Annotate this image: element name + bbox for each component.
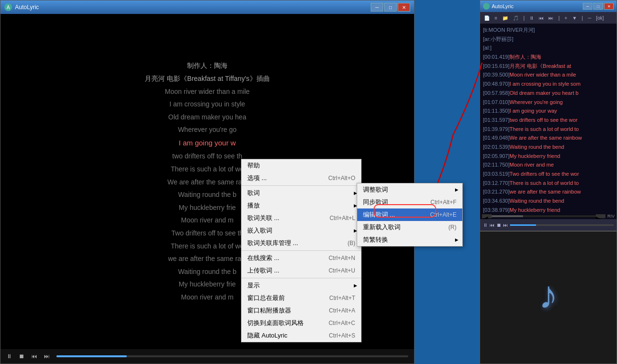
mini-tool-add[interactable]: + xyxy=(563,14,569,22)
lyric-line-12: There is such a lot of wo xyxy=(171,240,244,253)
mini-lyric-16: [03:34.630]Waiting round the bend xyxy=(483,196,614,206)
mini-prev-btn[interactable]: ⏮ xyxy=(490,222,495,228)
menu-label-display: 显示 xyxy=(247,281,355,290)
menu-shortcut-library: (B) xyxy=(348,240,355,247)
menu-item-play[interactable]: 播放 xyxy=(241,199,361,212)
submenu-reload[interactable]: 重新载入歌词 (R) xyxy=(357,221,462,234)
menu-item-attach[interactable]: 窗口粘附播放器 Ctrl+Alt+A xyxy=(241,304,361,317)
menu-label-topmost: 窗口总在最前 xyxy=(247,294,320,302)
sub-context-menu: 调整歌词 同步歌词 Ctrl+Alt+F 编辑歌词 ... Ctrl+Alt+E… xyxy=(357,183,463,247)
submenu-label-adjust: 调整歌词 xyxy=(363,185,456,194)
menu-item-library[interactable]: 歌词关联库管理 ... (B) xyxy=(241,237,361,249)
stop-button[interactable]: ⏹ xyxy=(17,352,27,361)
mini-hscroll-thumb xyxy=(492,215,523,217)
menu-item-lyrics[interactable]: 歌词 xyxy=(241,187,361,199)
close-button[interactable]: ✕ xyxy=(398,3,410,12)
lyric-line-5: two drifters off to see th xyxy=(172,150,242,163)
lyric-line-14: Waiting round the b xyxy=(178,265,237,278)
submenu-edit[interactable]: 编辑歌词 ... Ctrl+Alt+E xyxy=(357,208,462,221)
mini-lyric-7: [01:31.597]two drifters off to see the w… xyxy=(483,116,614,125)
menu-item-upload[interactable]: 上传歌词 ... Ctrl+Alt+U xyxy=(241,264,361,277)
mini-tool-3[interactable]: 📁 xyxy=(500,14,510,22)
next-button[interactable]: ⏭ xyxy=(42,352,52,361)
mini-tool-next[interactable]: ⏭ xyxy=(547,14,555,22)
mini-hscroll[interactable]: ◀ ▶ RIV xyxy=(480,213,617,219)
menu-item-desktop[interactable]: 切换到桌面歌词风格 Ctrl+Alt+C xyxy=(241,317,361,329)
lyric-line-active: I am going your w xyxy=(179,136,236,150)
mini-lyric-12: [02:11.750]Moon river and me xyxy=(483,160,614,169)
app-icon: A xyxy=(4,3,12,11)
menu-item-topmost[interactable]: 窗口总在最前 Ctrl+Alt+T xyxy=(241,292,361,304)
mini-lyric-al: [al:] xyxy=(483,43,614,52)
mini-tool-minus[interactable]: ─ xyxy=(586,14,593,22)
menu-shortcut-desktop: Ctrl+Alt+C xyxy=(329,320,355,326)
submenu-shortcut-sync: Ctrl+Alt+F xyxy=(430,199,456,206)
submenu-convert[interactable]: 简繁转换 xyxy=(357,234,462,246)
mini-lyric-ti: [ti:MOON RIVER月河] xyxy=(483,26,614,35)
submenu-shortcut-edit: Ctrl+Alt+E xyxy=(430,211,456,218)
context-menu: 帮助 选项 ... Ctrl+Alt+O 歌词 播放 歌词关联 ... Ctrl… xyxy=(241,159,362,342)
mini-lyric-17: [03:38.979]My huckleberry friend xyxy=(483,206,614,213)
mini-hscroll-left[interactable]: ◀ xyxy=(482,214,492,218)
mini-lyric-10: [02:01.539]Waiting round the bend xyxy=(483,143,614,152)
menu-item-assoc[interactable]: 歌词关联 ... Ctrl+Alt+L xyxy=(241,212,361,224)
mini-tool-pause[interactable]: ⏸ xyxy=(527,14,536,22)
submenu-adjust[interactable]: 调整歌词 xyxy=(357,183,462,196)
mini-tool-prev[interactable]: ⏮ xyxy=(537,14,546,22)
lyric-line-3: Old dream maker you hea xyxy=(168,111,246,124)
mini-minimize-btn[interactable]: ─ xyxy=(583,3,592,10)
mini-tool-2[interactable]: ≡ xyxy=(493,14,499,22)
submenu-label-sync: 同步歌词 xyxy=(363,198,421,207)
prev-button[interactable]: ⏮ xyxy=(29,352,39,361)
mini-title-bar: AutoLyric ─ □ ✕ xyxy=(480,0,617,12)
menu-shortcut-assoc: Ctrl+Alt+L xyxy=(330,215,355,221)
main-window-title: AutoLyric xyxy=(15,4,371,11)
mini-lyric-13: [03:03.519]Two drifters off to see the w… xyxy=(483,169,614,179)
menu-label-hide: 隐藏 AutoLyric xyxy=(247,331,319,340)
mini-lyric-11: [02:05.907]My huckleberry friend xyxy=(483,152,614,161)
minimize-button[interactable]: ─ xyxy=(371,3,383,12)
menu-item-hide[interactable]: 隐藏 AutoLyric Ctrl+Alt+S xyxy=(241,329,361,342)
mini-stop-btn[interactable]: ⏹ xyxy=(496,222,501,228)
mini-window: AutoLyric ─ □ ✕ 📄 ≡ 📁 🎵 | ⏸ ⏮ ⏭ | + ▼ | … xyxy=(480,0,617,231)
mini-lyric-8: [01:39.979]There is such a lot of world … xyxy=(483,125,614,134)
pause-button[interactable]: ⏸ xyxy=(4,352,14,361)
menu-label-attach: 窗口粘附播放器 xyxy=(247,306,319,315)
menu-item-help[interactable]: 帮助 xyxy=(241,159,361,172)
main-player-bar: ⏸ ⏹ ⏮ ⏭ xyxy=(0,349,414,364)
menu-label-embed: 嵌入歌词 xyxy=(247,226,355,235)
menu-label-options: 选项 ... xyxy=(247,174,319,182)
mini-pause-btn[interactable]: ⏸ xyxy=(483,222,488,228)
mini-lyric-14: [03:12.770]There is such a lot of world … xyxy=(483,179,614,188)
menu-label-search: 在线搜索 ... xyxy=(247,254,319,262)
mini-restore-btn[interactable]: □ xyxy=(593,3,603,10)
submenu-sync[interactable]: 同步歌词 Ctrl+Alt+F xyxy=(357,196,462,208)
mini-tool-4[interactable]: 🎵 xyxy=(511,14,521,22)
mini-lyric-9: [01:49.048]We are after the same rainbow xyxy=(483,133,614,143)
lyric-line-8: Waiting round the b xyxy=(178,188,237,201)
mini-tool-ok[interactable]: [ok] xyxy=(594,14,606,22)
mini-tool-down[interactable]: ▼ xyxy=(570,14,579,22)
menu-label-play: 播放 xyxy=(247,201,355,210)
lyric-line-4: Wherever you're go xyxy=(178,123,237,136)
menu-item-embed[interactable]: 嵌入歌词 xyxy=(241,224,361,237)
mini-hscroll-right[interactable]: ▶ xyxy=(596,214,605,218)
lyric-line-2: I am crossing you in style xyxy=(169,98,245,111)
mini-app-icon xyxy=(483,3,490,10)
mini-progress-bar[interactable] xyxy=(510,224,614,226)
lyric-line-16: Moon river and m xyxy=(181,291,234,304)
menu-label-library: 歌词关联库管理 ... xyxy=(247,239,338,247)
menu-shortcut-search: Ctrl+Alt+N xyxy=(329,255,355,261)
menu-shortcut-attach: Ctrl+Alt+A xyxy=(329,307,355,314)
main-progress-bar[interactable] xyxy=(56,355,408,357)
mini-window-title: AutoLyric xyxy=(492,3,581,9)
mini-next-btn[interactable]: ⏭ xyxy=(503,222,508,228)
main-title-bar: A AutoLyric ─ □ ✕ xyxy=(0,0,414,14)
menu-separator-1 xyxy=(241,185,361,186)
mini-tool-1[interactable]: 📄 xyxy=(482,14,492,22)
menu-item-display[interactable]: 显示 xyxy=(241,279,361,292)
menu-item-options[interactable]: 选项 ... Ctrl+Alt+O xyxy=(241,172,361,184)
restore-button[interactable]: □ xyxy=(384,3,397,12)
mini-close-btn[interactable]: ✕ xyxy=(604,3,614,10)
menu-item-search[interactable]: 在线搜索 ... Ctrl+Alt+N xyxy=(241,252,361,264)
